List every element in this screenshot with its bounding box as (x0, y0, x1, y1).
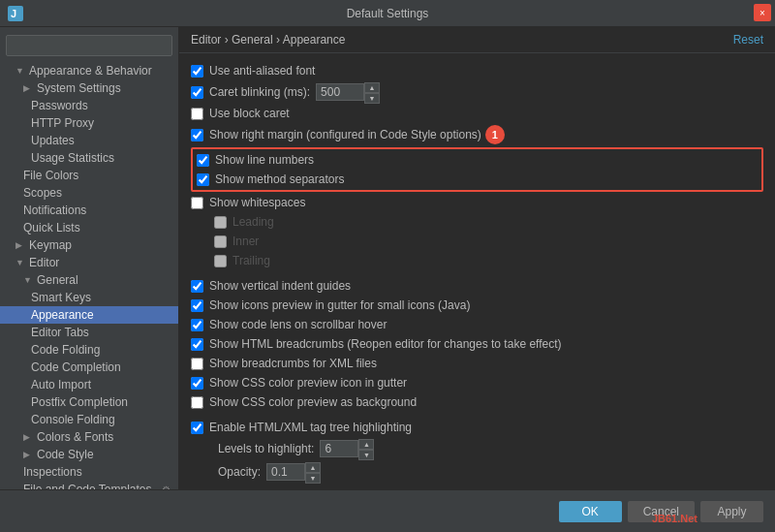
sidebar-label: Inspections (23, 465, 82, 479)
sidebar-item-postfix-completion[interactable]: Postfix Completion (0, 393, 178, 411)
setting-block-caret: Use block caret (191, 104, 763, 123)
checkbox-caret-blinking[interactable] (191, 86, 203, 99)
sidebar-label: Usage Statistics (31, 151, 114, 165)
checkbox-html-breadcrumbs[interactable] (191, 338, 203, 351)
sidebar-item-code-style[interactable]: ▶ Code Style (0, 446, 178, 463)
highlight-box: Show line numbers Show method separators (191, 147, 763, 192)
sidebar-item-updates[interactable]: Updates (0, 132, 178, 149)
checkbox-method-separators[interactable] (197, 173, 209, 186)
ok-button[interactable]: OK (559, 501, 622, 522)
spinner-down[interactable]: ▼ (364, 93, 380, 104)
setting-html-xml-highlight: Enable HTML/XML tag tree highlighting (191, 418, 763, 437)
expand-arrow-icon: ▼ (23, 275, 35, 285)
setting-label: Trailing (232, 254, 270, 267)
sidebar-item-system-settings[interactable]: ▶ System Settings (0, 79, 178, 97)
sidebar-label: Smart Keys (31, 291, 91, 304)
setting-label: Show HTML breadcrumbs (Reopen editor for… (209, 337, 562, 351)
setting-label: Caret blinking (ms): (209, 85, 310, 99)
close-button[interactable]: × (754, 4, 771, 21)
search-input[interactable] (6, 35, 172, 56)
close-icon: × (760, 8, 765, 18)
setting-whitespaces: Show whitespaces (191, 193, 763, 212)
checkbox-code-lens[interactable] (191, 319, 203, 331)
sidebar-label: HTTP Proxy (31, 116, 94, 130)
setting-html-breadcrumbs: Show HTML breadcrumbs (Reopen editor for… (191, 334, 763, 354)
checkbox-css-color-bg[interactable] (191, 396, 203, 409)
levels-spinner-up[interactable]: ▲ (358, 439, 374, 450)
opacity-spinner-up[interactable]: ▲ (305, 462, 321, 473)
sidebar-item-console-folding[interactable]: Console Folding (0, 411, 178, 428)
expand-arrow-icon: ▶ (23, 432, 35, 442)
app-icon: J (8, 6, 23, 21)
setting-label: Show right margin (configured in Code St… (209, 128, 481, 141)
sidebar-item-appearance-behavior[interactable]: ▼ Appearance & Behavior (0, 62, 178, 79)
setting-label: Show breadcrumbs for XML files (209, 357, 377, 370)
sidebar-item-inspections[interactable]: Inspections (0, 463, 178, 481)
checkbox-vertical-guides[interactable] (191, 280, 203, 293)
sidebar-item-code-completion[interactable]: Code Completion (0, 359, 178, 376)
setting-label: Use anti-aliased font (209, 64, 315, 78)
setting-label: Show CSS color preview as background (209, 395, 417, 409)
sidebar-label: Appearance (31, 308, 94, 322)
levels-input[interactable] (320, 440, 358, 457)
sidebar-item-colors-fonts[interactable]: ▶ Colors & Fonts (0, 428, 178, 446)
sidebar-item-editor-tabs[interactable]: Editor Tabs (0, 324, 178, 341)
checkbox-html-xml-highlight[interactable] (191, 422, 203, 434)
checkbox-line-numbers[interactable] (197, 154, 209, 167)
spinner-up[interactable]: ▲ (364, 82, 380, 93)
sidebar-item-auto-import[interactable]: Auto Import (0, 376, 178, 393)
sidebar-item-general[interactable]: ▼ General (0, 271, 178, 289)
setting-label: Show icons preview in gutter for small i… (209, 298, 470, 312)
checkbox-xml-breadcrumbs[interactable] (191, 358, 203, 370)
checkbox-leading[interactable] (214, 216, 227, 229)
checkbox-icons-preview[interactable] (191, 299, 203, 312)
opacity-spinner-down[interactable]: ▼ (305, 473, 321, 484)
reset-link[interactable]: Reset (733, 33, 763, 47)
checkbox-trailing[interactable] (214, 255, 227, 267)
sidebar: ▼ Appearance & Behavior ▶ System Setting… (0, 27, 179, 489)
apply-button[interactable]: Apply (700, 501, 763, 522)
levels-spinner-down[interactable]: ▼ (358, 450, 374, 460)
opacity-input[interactable] (266, 463, 305, 481)
checkbox-anti-aliased[interactable] (191, 65, 203, 78)
setting-xml-breadcrumbs: Show breadcrumbs for XML files (191, 354, 763, 373)
setting-icons-preview: Show icons preview in gutter for small i… (191, 296, 763, 315)
setting-right-margin: Show right margin (configured in Code St… (191, 123, 763, 146)
sidebar-label: Scopes (23, 186, 62, 200)
title-bar: J Default Settings × (0, 0, 775, 27)
sidebar-item-notifications[interactable]: Notifications (0, 202, 178, 219)
sidebar-label: Code Style (37, 448, 94, 461)
sidebar-label: Code Completion (31, 360, 121, 374)
sidebar-item-code-folding[interactable]: Code Folding (0, 341, 178, 359)
setting-levels-highlight: Levels to highlight: ▲ ▼ (191, 437, 763, 460)
sidebar-item-http-proxy[interactable]: HTTP Proxy (0, 114, 178, 132)
checkbox-whitespaces[interactable] (191, 197, 203, 209)
sidebar-item-smart-keys[interactable]: Smart Keys (0, 289, 178, 306)
expand-arrow-icon: ▶ (23, 450, 35, 459)
levels-input-group: ▲ ▼ (320, 439, 374, 458)
sidebar-item-passwords[interactable]: Passwords (0, 97, 178, 114)
setting-leading: Leading (191, 212, 763, 232)
setting-trailing: Trailing (191, 251, 763, 270)
expand-arrow-icon: ▶ (16, 240, 27, 250)
sidebar-item-keymap[interactable]: ▶ Keymap (0, 236, 178, 254)
setting-css-color-icon: Show CSS color preview icon in gutter (191, 373, 763, 392)
sidebar-item-file-code-templates[interactable]: File and Code Templates ⚙ (0, 481, 178, 489)
setting-label: Show code lens on scrollbar hover (209, 318, 387, 331)
sidebar-item-scopes[interactable]: Scopes (0, 184, 178, 202)
checkbox-right-margin[interactable] (191, 129, 203, 141)
checkbox-block-caret[interactable] (191, 108, 203, 120)
sidebar-label: Keymap (29, 238, 72, 252)
caret-blinking-input[interactable] (316, 83, 364, 101)
checkbox-css-color-icon[interactable] (191, 377, 203, 390)
expand-arrow-icon: ▼ (16, 258, 27, 267)
sidebar-item-quick-lists[interactable]: Quick Lists (0, 219, 178, 236)
sidebar-item-editor[interactable]: ▼ Editor (0, 254, 178, 271)
setting-label: Show whitespaces (209, 196, 305, 209)
sidebar-badge: ⚙ (162, 485, 170, 490)
setting-css-color-bg: Show CSS color preview as background (191, 392, 763, 412)
sidebar-item-usage-statistics[interactable]: Usage Statistics (0, 149, 178, 167)
sidebar-item-appearance[interactable]: Appearance (0, 306, 178, 324)
checkbox-inner[interactable] (214, 235, 227, 248)
sidebar-item-file-colors[interactable]: File Colors (0, 167, 178, 184)
